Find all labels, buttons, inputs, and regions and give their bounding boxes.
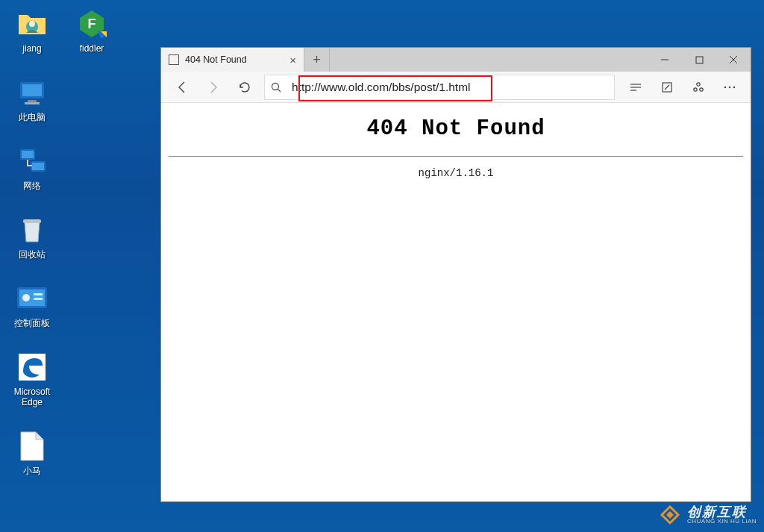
back-button[interactable] — [167, 74, 197, 101]
desktop-icon-label: jiang — [22, 43, 41, 54]
svg-rect-4 — [28, 100, 37, 102]
desktop-icon-label: Microsoft Edge — [6, 387, 58, 407]
svg-point-1 — [29, 21, 35, 27]
svg-point-13 — [22, 294, 30, 301]
user-folder-icon — [16, 7, 48, 40]
svg-rect-7 — [22, 151, 34, 158]
svg-point-33 — [733, 86, 735, 87]
recycle-bin-icon — [16, 213, 48, 246]
tab-title: 404 Not Found — [185, 54, 247, 65]
desktop: jiang 此电脑 网络 回收站 控制面板 — [0, 0, 764, 532]
watermark-cn: 创新互联 — [687, 505, 757, 519]
desktop-icon-this-pc[interactable]: 此电脑 — [6, 76, 58, 122]
desktop-icon-label: 控制面板 — [14, 318, 50, 328]
watermark: 创新互联 CHUANG XIN HU LIAN — [659, 504, 757, 526]
server-info: nginx/1.16.1 — [169, 167, 743, 179]
divider — [169, 156, 743, 157]
svg-rect-9 — [32, 163, 44, 170]
svg-point-28 — [697, 82, 700, 85]
tab-bar: 404 Not Found × + — [161, 48, 751, 72]
svg-rect-3 — [22, 84, 42, 96]
network-icon — [16, 145, 48, 178]
desktop-icon-xiaoma[interactable]: 小马 — [6, 430, 58, 476]
desktop-icon-recycle-bin[interactable]: 回收站 — [6, 213, 58, 260]
maximize-button[interactable] — [682, 48, 716, 72]
desktop-icon-edge[interactable]: Microsoft Edge — [6, 351, 58, 407]
error-heading: 404 Not Found — [169, 116, 743, 141]
desktop-icon-user-folder[interactable]: jiang — [6, 7, 58, 54]
desktop-icons-column-1: jiang 此电脑 网络 回收站 控制面板 — [6, 7, 58, 476]
tab-close-button[interactable]: × — [289, 54, 296, 66]
search-icon[interactable] — [265, 81, 287, 93]
desktop-icon-label: 小马 — [23, 466, 41, 476]
address-bar — [264, 75, 615, 100]
control-panel-icon — [16, 282, 48, 315]
page-content: 404 Not Found nginx/1.16.1 — [161, 103, 751, 501]
svg-point-30 — [700, 87, 703, 90]
edge-icon — [16, 351, 48, 384]
desktop-icon-label: 回收站 — [19, 249, 46, 260]
desktop-icon-network[interactable]: 网络 — [6, 145, 58, 191]
svg-rect-19 — [696, 57, 703, 63]
reading-view-button[interactable] — [621, 74, 651, 101]
svg-point-29 — [694, 87, 697, 90]
desktop-icon-label: 网络 — [23, 181, 41, 191]
file-icon — [16, 430, 48, 463]
desktop-icons-column-2: F fiddler — [66, 7, 118, 54]
browser-window: 404 Not Found × + — [160, 47, 751, 502]
minimize-button[interactable] — [648, 48, 682, 72]
svg-line-23 — [278, 89, 281, 92]
svg-rect-5 — [25, 102, 40, 104]
window-close-button[interactable] — [716, 48, 751, 72]
desktop-icon-label: 此电脑 — [19, 112, 46, 122]
share-button[interactable] — [683, 74, 713, 101]
desktop-icon-fiddler[interactable]: F fiddler — [66, 7, 118, 54]
svg-rect-15 — [34, 298, 43, 300]
fiddler-icon: F — [75, 7, 108, 40]
forward-button[interactable] — [198, 74, 228, 101]
this-pc-icon — [16, 76, 48, 109]
page-icon — [169, 54, 179, 65]
svg-point-31 — [724, 86, 726, 87]
desktop-icon-control-panel[interactable]: 控制面板 — [6, 282, 58, 328]
svg-point-22 — [272, 83, 279, 90]
watermark-en: CHUANG XIN HU LIAN — [687, 519, 757, 525]
more-button[interactable] — [715, 74, 745, 101]
url-input[interactable] — [287, 75, 614, 99]
desktop-icon-label: fiddler — [80, 43, 104, 54]
browser-tab[interactable]: 404 Not Found × — [161, 48, 304, 72]
new-tab-button[interactable]: + — [304, 48, 330, 72]
svg-point-32 — [729, 86, 730, 87]
svg-text:F: F — [88, 16, 96, 31]
watermark-text: 创新互联 CHUANG XIN HU LIAN — [687, 505, 757, 525]
window-controls — [648, 48, 751, 72]
browser-toolbar — [161, 72, 751, 103]
svg-rect-14 — [34, 293, 43, 295]
watermark-logo-icon — [659, 504, 681, 526]
svg-rect-10 — [23, 219, 41, 223]
refresh-button[interactable] — [230, 74, 260, 101]
notes-button[interactable] — [652, 74, 682, 101]
